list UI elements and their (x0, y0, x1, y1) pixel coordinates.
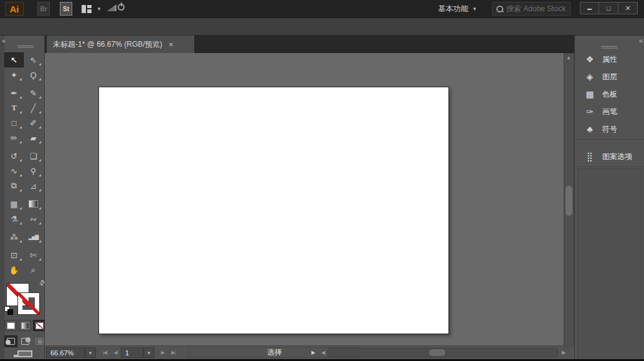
panel-button-pattern-options[interactable]: ⣿ 图案选项 (575, 148, 644, 165)
horizontal-scrollbar[interactable] (328, 348, 558, 357)
scroll-left-icon[interactable]: ◀ (319, 347, 328, 358)
document-tab-bar: 未标题-1* @ 66.67% (RGB/预览) ✕ (45, 36, 574, 53)
zoom-level-field[interactable]: 66.67% (46, 347, 85, 358)
tool-flyout-icon (39, 258, 41, 261)
tool-flyout-icon (19, 96, 22, 99)
tool-eyedropper[interactable]: ⚗ (4, 211, 24, 226)
title-bar: Ai Br St ▾ 基本功能 ▾ 搜索 Adobe Stock ▬ □ ✕ (0, 0, 644, 18)
panel-button-layers[interactable]: ◈ 图层 (575, 68, 644, 85)
canvas-area[interactable] (45, 53, 564, 345)
panel-dock: « ❖ 属性 ◈ 图层 ▩ 色板 ✑ 画笔 ♣ 符号 (574, 36, 644, 359)
window-controls: ▬ □ ✕ (580, 2, 638, 14)
gradient-button[interactable] (19, 320, 31, 331)
illustrator-window: Ai Br St ▾ 基本功能 ▾ 搜索 Adobe Stock ▬ □ ✕ « (0, 0, 644, 361)
panel-icon: ⣿ (584, 152, 596, 161)
draw-inside-button[interactable] (33, 335, 46, 347)
last-artboard-button[interactable]: ▶| (168, 347, 178, 358)
panel-button-brushes[interactable]: ✑ 画笔 (575, 103, 644, 120)
stroke-color-swatch[interactable] (17, 292, 40, 315)
tool-column-graph[interactable]: ▂▅▇ (24, 229, 43, 244)
tool-flyout-icon (39, 126, 41, 128)
panel-button-list: ❖ 属性 ◈ 图层 ▩ 色板 ✑ 画笔 ♣ 符号 (575, 51, 644, 138)
arrange-documents-chevron-icon[interactable]: ▾ (95, 2, 103, 16)
first-artboard-button[interactable]: |◀ (100, 347, 110, 358)
tool-eraser[interactable]: ▰ (24, 130, 43, 145)
change-screen-mode-button[interactable] (12, 350, 34, 358)
panel-button-swatches[interactable]: ▩ 色板 (575, 85, 644, 103)
tool-mesh[interactable]: ▦ (4, 196, 24, 211)
tool-paintbrush[interactable]: ✐ (24, 115, 43, 130)
panel-button-symbols[interactable]: ♣ 符号 (575, 120, 644, 138)
arrange-documents-icon[interactable] (80, 2, 93, 16)
next-artboard-button[interactable]: ▶ (158, 347, 167, 358)
tool-rectangle[interactable]: □ (4, 115, 24, 130)
draw-behind-button[interactable] (19, 335, 32, 347)
tool-flyout-icon (19, 240, 22, 243)
tool-symbol-sprayer[interactable]: ⁂ (4, 229, 24, 244)
horizontal-scrollbar-thumb[interactable] (429, 349, 445, 356)
tools-drag-grip[interactable] (17, 45, 34, 48)
tool-slice[interactable]: ✄ (24, 248, 43, 262)
tool-line-segment[interactable]: ╱ (24, 100, 43, 115)
artboard-number-field[interactable]: 1 (121, 347, 143, 358)
tool-lasso[interactable]: Ϙ (24, 67, 43, 82)
panel-button-properties[interactable]: ❖ 属性 (575, 51, 644, 68)
tool-zoom[interactable]: ⌕ (24, 262, 43, 277)
bridge-icon[interactable]: Br (37, 2, 50, 16)
tool-artboard[interactable]: ⊡ (4, 248, 24, 262)
gpu-performance-icon[interactable] (107, 2, 126, 16)
tool-pencil[interactable]: ✏ (4, 130, 24, 145)
tool-pen[interactable]: ✒ (4, 85, 24, 100)
search-input[interactable]: 搜索 Adobe Stock (492, 2, 571, 16)
tool-puppet-warp[interactable]: ⚲ (24, 163, 43, 178)
previous-artboard-button[interactable]: ◀ (111, 347, 120, 358)
pattern-button-list: ⣿ 图案选项 (575, 148, 644, 165)
menu-bar (0, 18, 644, 36)
panel-drag-grip[interactable] (601, 46, 617, 49)
minimize-button[interactable]: ▬ (580, 2, 599, 14)
tool-curvature[interactable]: ✎ (24, 85, 43, 100)
scroll-up-icon[interactable]: ▲ (566, 55, 571, 60)
none-button[interactable] (33, 320, 45, 331)
expand-panels-icon[interactable]: « (639, 37, 642, 44)
tool-hand[interactable]: ✋ (4, 262, 24, 277)
vertical-scrollbar-thumb[interactable] (566, 186, 572, 216)
artboard[interactable] (98, 87, 449, 334)
tool-perspective-grid[interactable]: ⊿ (24, 178, 43, 193)
tool-width[interactable]: ∿ (4, 163, 24, 178)
workspace-switcher[interactable]: 基本功能 ▾ (431, 2, 483, 16)
tool-flyout-icon (39, 222, 41, 224)
document-tab[interactable]: 未标题-1* @ 66.67% (RGB/预览) ✕ (47, 36, 195, 53)
zoom-dropdown-icon[interactable]: ▾ (85, 347, 96, 358)
default-fill-stroke-icon[interactable] (4, 306, 13, 315)
tool-direct-selection[interactable]: ⇖ (24, 52, 43, 67)
close-button[interactable]: ✕ (618, 2, 638, 14)
maximize-button[interactable]: □ (599, 2, 618, 14)
tool-blend[interactable]: ∾ (24, 211, 43, 226)
color-button[interactable] (4, 320, 17, 331)
scroll-right-icon[interactable]: ▶ (559, 347, 568, 358)
tool-type[interactable]: T (4, 100, 24, 115)
tool-flyout-icon (39, 240, 41, 243)
tool-shape-builder[interactable]: ⧉ (4, 178, 24, 193)
status-flyout-icon[interactable]: ▶ (309, 347, 318, 358)
tab-close-icon[interactable]: ✕ (169, 41, 174, 48)
tools-panel: « ↖ ⇖ ✦ Ϙ ✒ (0, 36, 45, 359)
document-tab-title: 未标题-1* @ 66.67% (RGB/预览) (53, 39, 163, 50)
stock-icon[interactable]: St (60, 2, 72, 16)
status-bar: 66.67% ▾ |◀ ◀ 1 ▾ ▶ ▶| 选择 ▶ ◀ ▶ (45, 345, 574, 359)
panel-icon: ❖ (584, 54, 596, 64)
vertical-scrollbar[interactable]: ▲ (564, 53, 574, 345)
tool-scale[interactable]: ❏ (24, 148, 43, 163)
chevron-down-icon: ▾ (473, 6, 476, 12)
draw-normal-button[interactable] (4, 335, 17, 347)
collapse-tools-icon[interactable]: « (2, 37, 4, 44)
tool-selection[interactable]: ↖ (4, 52, 24, 67)
tool-flyout-icon (19, 189, 22, 191)
tool-gradient[interactable] (24, 196, 43, 211)
artboard-dropdown-icon[interactable]: ▾ (143, 347, 154, 358)
panel-icon: ♣ (584, 124, 596, 134)
tool-rotate[interactable]: ↺ (4, 148, 24, 163)
tool-magic-wand[interactable]: ✦ (4, 67, 24, 82)
panel-label: 图案选项 (602, 152, 632, 162)
